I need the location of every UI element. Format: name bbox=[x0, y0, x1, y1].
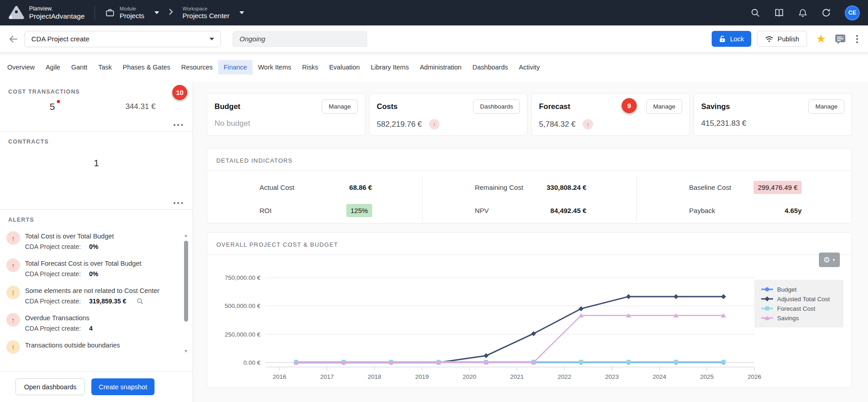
indicator-baseline-cost: Baseline Cost 299,476.49 € bbox=[637, 176, 852, 199]
scrollbar-thumb[interactable] bbox=[184, 241, 188, 322]
module-value: Projects bbox=[120, 12, 144, 20]
forecast-manage-button[interactable]: Manage bbox=[646, 99, 682, 114]
svg-text:2017: 2017 bbox=[320, 373, 334, 380]
tab-administration[interactable]: Administration bbox=[414, 60, 467, 74]
finance-sidebar: COST TRANSACTIONS 10 5 344.31 € ••• CONT… bbox=[0, 82, 193, 402]
lock-button[interactable]: Lock bbox=[712, 31, 751, 47]
contracts-menu[interactable]: ••• bbox=[173, 199, 185, 207]
top-navigation-bar: Planview. ProjectAdvantage Module Projec… bbox=[0, 0, 868, 25]
tab-dashboards[interactable]: Dashboards bbox=[467, 60, 514, 74]
tab-activity[interactable]: Activity bbox=[514, 60, 545, 74]
favorite-star-icon[interactable]: ★ bbox=[816, 33, 826, 45]
svg-text:2026: 2026 bbox=[748, 373, 761, 380]
chart-settings-button[interactable]: ⚙ ▼ bbox=[819, 253, 840, 267]
svg-text:2019: 2019 bbox=[415, 373, 429, 380]
costs-card: Costs Dashboards 582,219.76 € ↑ bbox=[369, 93, 528, 136]
alert-item: ↑ Total Forecast Cost is over Total Budg… bbox=[0, 254, 178, 282]
costs-card-title: Costs bbox=[377, 102, 398, 111]
alert-up-arrow-icon: ↑ bbox=[6, 313, 20, 327]
workspace-selector[interactable]: Workspace Projects Center bbox=[183, 6, 244, 20]
contracts-section: CONTRACTS 1 ••• bbox=[0, 132, 193, 210]
alerts-list: ↑ Total Cost is over Total Budget CDA Pr… bbox=[0, 227, 193, 356]
publish-button[interactable]: Publish bbox=[757, 31, 807, 47]
contracts-title: CONTRACTS bbox=[8, 139, 185, 145]
chevron-down-icon bbox=[155, 11, 159, 14]
chart-title: OVERALL PROJECT COST & BUDGET bbox=[216, 241, 338, 248]
tab-finance[interactable]: Finance bbox=[218, 60, 253, 74]
comments-icon[interactable] bbox=[834, 34, 846, 45]
alert-up-arrow-icon: ↑ bbox=[6, 258, 20, 272]
svg-text:2020: 2020 bbox=[463, 373, 476, 380]
unread-dot bbox=[57, 100, 60, 103]
scrollbar-down-icon[interactable]: ▼ bbox=[184, 349, 188, 353]
budget-manage-button[interactable]: Manage bbox=[322, 99, 358, 114]
tab-overview[interactable]: Overview bbox=[2, 60, 40, 74]
budget-card-title: Budget bbox=[215, 102, 240, 111]
tab-risks[interactable]: Risks bbox=[297, 60, 324, 74]
svg-text:250,000.00 €: 250,000.00 € bbox=[224, 331, 260, 338]
overall-cost-budget-panel: OVERALL PROJECT COST & BUDGET ⚙ ▼ 750,00… bbox=[207, 232, 852, 388]
brand-line1: Planview. bbox=[29, 5, 85, 12]
alerts-scrollbar[interactable]: ▲ ▼ bbox=[183, 233, 189, 353]
svg-text:2016: 2016 bbox=[273, 373, 286, 380]
help-book-icon[interactable] bbox=[774, 8, 784, 18]
tab-evaluation[interactable]: Evaluation bbox=[324, 60, 365, 74]
back-arrow-icon[interactable] bbox=[8, 34, 19, 45]
alert-item: ↑ Overdue Transactions CDA Project creat… bbox=[0, 309, 178, 336]
project-name-select[interactable]: CDA Project create bbox=[25, 31, 221, 47]
planview-brand: Planview. ProjectAdvantage bbox=[8, 5, 85, 20]
trend-up-icon: ↑ bbox=[583, 119, 593, 129]
tab-agile[interactable]: Agile bbox=[40, 60, 65, 74]
create-snapshot-button[interactable]: Create snapshot bbox=[91, 378, 154, 395]
tab-task[interactable]: Task bbox=[93, 60, 117, 74]
tab-phases-gates[interactable]: Phases & Gates bbox=[117, 60, 176, 74]
indicator-payback: Payback 4.65y bbox=[637, 199, 852, 222]
savings-manage-button[interactable]: Manage bbox=[808, 99, 844, 114]
scrollbar-up-icon[interactable]: ▲ bbox=[184, 233, 188, 238]
contracts-count: 1 bbox=[8, 158, 185, 169]
indicator-actual-cost: Actual Cost 68.86 € bbox=[207, 176, 422, 199]
open-dashboards-button[interactable]: Open dashboards bbox=[15, 378, 85, 395]
legend-item-savings[interactable]: Savings bbox=[761, 314, 837, 322]
brand-line2: ProjectAdvantage bbox=[29, 12, 85, 20]
summary-cards-row: Budget Manage No budget Costs Dashboards… bbox=[207, 93, 852, 135]
chart-legend: Budget Adjusted Total Cost Forecast Cost… bbox=[754, 280, 843, 328]
costs-dashboards-button[interactable]: Dashboards bbox=[473, 99, 520, 114]
svg-text:750,000.00 €: 750,000.00 € bbox=[224, 274, 260, 281]
tab-gantt[interactable]: Gantt bbox=[66, 60, 93, 74]
savings-card-title: Savings bbox=[701, 102, 730, 111]
alerts-title: ALERTS bbox=[0, 217, 193, 223]
notifications-bell-icon[interactable] bbox=[798, 8, 808, 18]
tab-resources[interactable]: Resources bbox=[176, 60, 218, 74]
indicator-roi: ROI 125% bbox=[207, 199, 422, 222]
savings-card: Savings Manage 415,231.83 € bbox=[693, 93, 852, 136]
cost-transactions-amount: 344.31 € bbox=[125, 102, 155, 111]
module-tab-bar: Overview Agile Gantt Task Phases & Gates… bbox=[0, 53, 868, 82]
sidebar-footer: Open dashboards Create snapshot bbox=[0, 371, 193, 402]
svg-text:0.00 €: 0.00 € bbox=[243, 359, 260, 366]
kebab-menu-icon[interactable] bbox=[854, 33, 860, 45]
project-name: CDA Project create bbox=[31, 35, 90, 43]
budget-value: No budget bbox=[215, 119, 358, 128]
finance-main: Budget Manage No budget Costs Dashboards… bbox=[193, 82, 868, 402]
svg-text:500,000.00 €: 500,000.00 € bbox=[224, 303, 260, 309]
legend-item-forecast-cost[interactable]: Forecast Cost bbox=[761, 305, 837, 312]
project-status-field[interactable]: Ongoing bbox=[233, 31, 367, 47]
indicators-title: DETAILED INDICATORS bbox=[216, 157, 293, 164]
legend-item-budget[interactable]: Budget bbox=[761, 286, 837, 293]
tab-library-items[interactable]: Library Items bbox=[365, 60, 414, 74]
alert-search-icon[interactable] bbox=[136, 298, 144, 305]
publish-signal-icon bbox=[765, 35, 773, 43]
svg-text:2018: 2018 bbox=[368, 373, 381, 380]
budget-card: Budget Manage No budget bbox=[207, 93, 365, 136]
unlock-icon bbox=[719, 35, 726, 43]
search-icon[interactable] bbox=[750, 8, 760, 18]
module-selector[interactable]: Module Projects bbox=[105, 6, 159, 20]
user-avatar[interactable]: CE bbox=[845, 5, 860, 20]
refresh-icon[interactable] bbox=[821, 8, 831, 18]
chevron-down-icon bbox=[239, 11, 244, 14]
tab-work-items[interactable]: Work Items bbox=[253, 60, 297, 74]
alerts-section: ALERTS ↑ Total Cost is over Total Budget… bbox=[0, 210, 193, 371]
cost-transactions-menu[interactable]: ••• bbox=[173, 121, 185, 129]
legend-item-adjusted-total-cost[interactable]: Adjusted Total Cost bbox=[761, 295, 837, 303]
